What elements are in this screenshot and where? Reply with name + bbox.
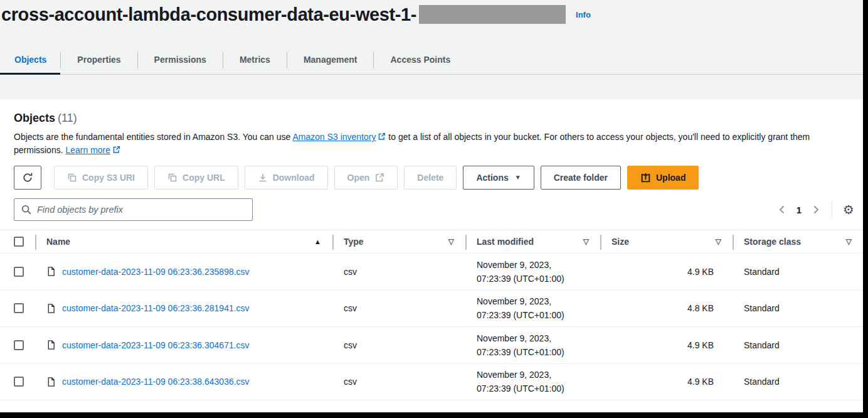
- row-select-cell: [0, 327, 35, 363]
- letterbox-right: [863, 0, 868, 418]
- pagination: 1 ⚙: [776, 200, 855, 219]
- modified-line-1: November 9, 2023,: [477, 331, 589, 345]
- table-header-row: Name ▲ Type ▽ Last modified ▽ Size ▽ Sto…: [0, 230, 863, 254]
- object-table-body: customer-data-2023-11-09 06:23:36.235898…: [0, 254, 863, 418]
- modified-line-2: 07:23:39 (UTC+01:00): [477, 308, 589, 322]
- s3-inventory-link[interactable]: Amazon S3 inventory: [292, 132, 386, 142]
- column-divider: [600, 235, 601, 250]
- row-select-cell: [0, 291, 35, 327]
- object-size-cell: 4.9 KB: [600, 340, 733, 350]
- column-divider: [332, 235, 334, 250]
- object-type-cell: csv: [332, 377, 465, 387]
- object-row: customer-data-2023-11-09 06:23:36.235898…: [0, 254, 863, 291]
- tab-objects[interactable]: Objects: [0, 46, 60, 75]
- object-modified-cell: November 9, 2023, 07:23:39 (UTC+01:00): [465, 294, 600, 322]
- description-text: Objects are the fundamental entities sto…: [14, 132, 292, 142]
- object-size-cell: 4.9 KB: [600, 377, 733, 387]
- delete-button[interactable]: Delete: [404, 166, 457, 190]
- modified-line-1: November 9, 2023,: [477, 294, 589, 308]
- object-link[interactable]: customer-data-2023-11-09 06:23:36.304671…: [62, 340, 250, 350]
- objects-description: Objects are the fundamental entities sto…: [14, 131, 849, 157]
- file-icon: [46, 266, 56, 277]
- object-name-cell: customer-data-2023-11-09 06:23:36.304671…: [35, 340, 332, 350]
- actions-dropdown-button[interactable]: Actions ▼: [463, 166, 534, 190]
- copy-url-button[interactable]: Copy URL: [154, 166, 238, 190]
- settings-gear-icon[interactable]: ⚙: [842, 202, 855, 217]
- select-all-cell: [0, 230, 35, 253]
- download-icon: [258, 173, 268, 183]
- object-storage-class-cell: Standard: [733, 377, 863, 387]
- tab-metrics[interactable]: Metrics: [223, 46, 287, 75]
- column-header-name[interactable]: Name ▲: [35, 230, 332, 253]
- learn-more-link[interactable]: Learn more: [65, 145, 120, 155]
- tab-access-points[interactable]: Access Points: [374, 46, 467, 75]
- object-row: customer-data-2023-11-09 06:23:36.281941…: [0, 291, 863, 328]
- tab-permissions[interactable]: Permissions: [138, 46, 223, 75]
- object-type-cell: csv: [332, 303, 465, 313]
- letterbox-bottom: [0, 412, 868, 418]
- objects-toolbar: Copy S3 URI Copy URL Download Open Delet…: [14, 166, 855, 190]
- bucket-header: cross-account-lambda-consumer-data-eu-we…: [0, 0, 868, 27]
- upload-icon: [640, 173, 651, 183]
- chevron-left-icon: [777, 205, 787, 215]
- modified-line-1: November 9, 2023,: [477, 368, 589, 382]
- object-type-cell: csv: [332, 340, 465, 350]
- row-select-cell: [0, 364, 35, 400]
- tab-management[interactable]: Management: [287, 46, 374, 75]
- select-all-checkbox[interactable]: [14, 237, 24, 247]
- external-link-icon: [374, 173, 384, 183]
- search-icon: [21, 204, 32, 215]
- copy-icon: [167, 173, 177, 183]
- object-row: customer-data-2023-11-09 06:23:36.304671…: [0, 327, 863, 364]
- download-button[interactable]: Download: [245, 166, 328, 190]
- objects-panel: Objects(11) Objects are the fundamental …: [0, 99, 868, 418]
- modified-line-1: November 9, 2023,: [477, 258, 589, 272]
- row-select-cell: [0, 254, 35, 290]
- modified-line-2: 07:23:39 (UTC+01:00): [477, 272, 589, 286]
- column-divider: [733, 235, 734, 250]
- objects-count: (11): [58, 112, 77, 124]
- info-link[interactable]: Info: [576, 10, 591, 19]
- column-header-type[interactable]: Type ▽: [332, 230, 465, 253]
- utility-row: 1 ⚙: [14, 198, 855, 221]
- objects-heading: Objects(11): [14, 110, 855, 126]
- refresh-button[interactable]: [14, 166, 41, 190]
- page-number[interactable]: 1: [797, 205, 802, 215]
- object-link[interactable]: customer-data-2023-11-09 06:23:38.643036…: [62, 377, 250, 387]
- pagination-divider: [832, 200, 832, 219]
- modified-line-2: 07:23:39 (UTC+01:00): [477, 382, 589, 395]
- search-input[interactable]: [14, 198, 253, 221]
- row-checkbox[interactable]: [14, 303, 24, 313]
- object-link[interactable]: customer-data-2023-11-09 06:23:36.281941…: [62, 303, 250, 313]
- create-folder-button[interactable]: Create folder: [541, 166, 621, 190]
- open-button[interactable]: Open: [334, 166, 398, 190]
- object-storage-class-cell: Standard: [733, 340, 863, 350]
- column-divider: [465, 235, 467, 250]
- next-page-button[interactable]: [810, 203, 822, 216]
- row-checkbox[interactable]: [14, 377, 24, 387]
- file-icon: [46, 340, 56, 350]
- object-modified-cell: November 9, 2023, 07:23:39 (UTC+01:00): [465, 258, 600, 286]
- redacted-bucket-suffix: [419, 5, 566, 24]
- file-icon: [46, 377, 56, 387]
- copy-s3-uri-button[interactable]: Copy S3 URI: [54, 166, 148, 190]
- objects-heading-title: Objects: [14, 112, 55, 124]
- sort-icon: ▽: [716, 237, 721, 246]
- chevron-right-icon: [811, 205, 821, 215]
- row-checkbox[interactable]: [14, 340, 24, 350]
- external-link-icon: [378, 132, 386, 141]
- previous-page-button[interactable]: [776, 203, 788, 216]
- object-storage-class-cell: Standard: [733, 303, 863, 313]
- object-type-cell: csv: [332, 267, 465, 277]
- column-header-size[interactable]: Size ▽: [600, 230, 733, 253]
- copy-icon: [67, 173, 77, 183]
- object-link[interactable]: customer-data-2023-11-09 06:23:36.235898…: [62, 267, 250, 277]
- upload-button[interactable]: Upload: [627, 166, 699, 190]
- modified-line-2: 07:23:39 (UTC+01:00): [477, 345, 589, 359]
- column-header-last-modified[interactable]: Last modified ▽: [465, 230, 600, 253]
- column-header-storage-class[interactable]: Storage class ▽: [733, 230, 863, 253]
- object-name-cell: customer-data-2023-11-09 06:23:38.643036…: [35, 377, 332, 387]
- tab-properties[interactable]: Properties: [61, 46, 137, 75]
- row-checkbox[interactable]: [14, 267, 24, 277]
- sort-icon: ▽: [583, 237, 589, 246]
